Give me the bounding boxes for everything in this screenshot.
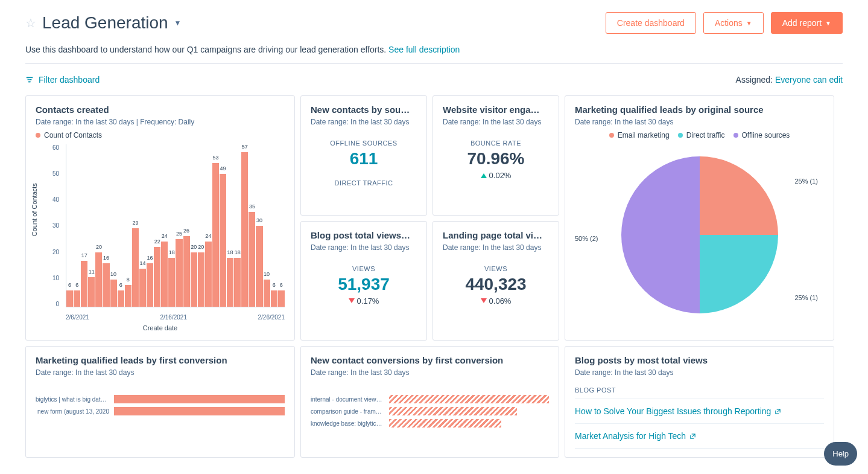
star-icon[interactable]: ☆ xyxy=(25,16,36,30)
card-contacts-created[interactable]: Contacts created Date range: In the last… xyxy=(25,95,295,341)
card-title: Contacts created xyxy=(36,104,285,115)
svg-point-2 xyxy=(28,81,30,82)
card-landing-views[interactable]: Landing page total vi… Date range: In th… xyxy=(432,221,559,341)
table-row[interactable]: Market Analysis for High Tech xyxy=(575,424,824,449)
actions-button[interactable]: Actions▼ xyxy=(703,12,764,34)
card-new-contacts-source[interactable]: New contacts by sou… Date range: In the … xyxy=(300,95,427,216)
down-icon xyxy=(349,298,355,303)
card-mql-source[interactable]: Marketing qualified leads by original so… xyxy=(565,95,834,341)
assigned-control[interactable]: Assigned: Everyone can edit xyxy=(736,75,843,85)
card-blog-views[interactable]: Blog post total views… Date range: In th… xyxy=(300,221,427,341)
see-full-description-link[interactable]: See full description xyxy=(388,45,460,54)
filter-icon xyxy=(25,75,34,84)
filter-dashboard-button[interactable]: Filter dashboard xyxy=(25,75,100,85)
card-new-contact-conversions[interactable]: New contact conversions by first convers… xyxy=(300,346,559,458)
external-link-icon xyxy=(775,408,781,415)
table-header: BLOG POST xyxy=(575,382,824,399)
card-blog-posts[interactable]: Blog posts by most total views Date rang… xyxy=(565,346,834,458)
table-row[interactable]: How to Solve Your Biggest Issues through… xyxy=(575,399,824,424)
svg-point-0 xyxy=(27,77,28,78)
page-title: Lead Generation xyxy=(42,13,168,33)
svg-point-1 xyxy=(30,79,31,80)
down-icon xyxy=(481,298,487,303)
mql-pie-chart: 25% (1) 25% (1) 50% (2) xyxy=(575,144,824,325)
add-report-button[interactable]: Add report▼ xyxy=(771,12,843,34)
card-website-engagement[interactable]: Website visitor enga… Date range: In the… xyxy=(432,95,559,216)
title-dropdown[interactable]: ▼ xyxy=(174,19,182,27)
card-meta: Date range: In the last 30 days | Freque… xyxy=(36,118,285,126)
contacts-bar-chart: Count of Contacts 6050403020100 66171120… xyxy=(36,144,285,331)
dashboard-description: Use this dashboard to understand how our… xyxy=(25,45,843,64)
help-button[interactable]: Help xyxy=(824,442,857,466)
create-dashboard-button[interactable]: Create dashboard xyxy=(606,12,696,34)
external-link-icon xyxy=(689,433,696,440)
up-icon xyxy=(481,173,487,178)
card-mql-conversion[interactable]: Marketing qualified leads by first conve… xyxy=(25,346,295,458)
